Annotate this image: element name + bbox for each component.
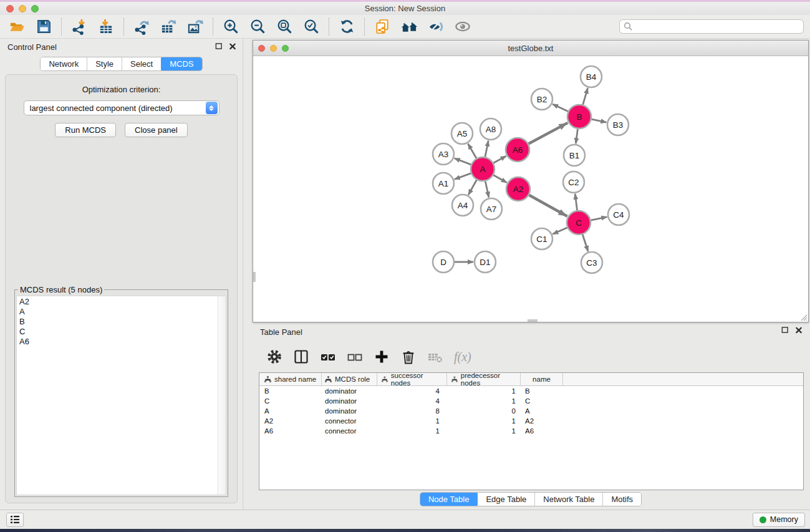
tab-mcds[interactable]: MCDS — [161, 57, 202, 71]
table-row[interactable]: Bdominator 41 B — [259, 386, 803, 396]
deselect-all-button[interactable] — [347, 349, 363, 365]
network-canvas[interactable]: B4B2BB3A8A5A6B1A3AC2A1A2A4A7C4CC1C3DD1 — [253, 56, 808, 322]
result-item[interactable]: A2 — [19, 297, 226, 307]
column-header-successor-nodes[interactable]: successor nodes — [377, 373, 447, 385]
graph-node-D1[interactable]: D1 — [475, 251, 496, 273]
import-network-button[interactable] — [69, 17, 90, 36]
zoom-in-button[interactable] — [220, 17, 241, 36]
select-all-button[interactable] — [320, 349, 336, 365]
graph-node-C[interactable]: C — [567, 211, 591, 235]
horizontal-scrollbar-stub[interactable] — [528, 319, 538, 322]
close-panel-icon[interactable] — [229, 42, 236, 50]
delete-column-button[interactable] — [400, 349, 417, 365]
tab-select[interactable]: Select — [122, 57, 162, 70]
graph-node-A[interactable]: A — [471, 157, 494, 181]
network-graph[interactable]: B4B2BB3A8A5A6B1A3AC2A1A2A4A7C4CC1C3DD1 — [253, 56, 808, 322]
float-panel-icon[interactable] — [215, 42, 223, 50]
result-item[interactable]: A6 — [19, 337, 226, 347]
graph-edge-A6-B[interactable] — [529, 123, 568, 144]
hide-details-button[interactable] — [425, 17, 446, 36]
column-header-predecessor-nodes[interactable]: predecessor nodes — [447, 373, 521, 385]
tab-edge-table[interactable]: Edge Table — [478, 493, 535, 506]
column-header-shared-name[interactable]: shared name — [259, 373, 322, 385]
graph-edge-B-B3[interactable] — [592, 119, 607, 122]
graph-edge-A-A7[interactable] — [485, 181, 489, 198]
graph-edge-A-A4[interactable] — [468, 180, 476, 195]
close-panel-icon[interactable] — [795, 326, 803, 334]
import-table-button[interactable] — [95, 17, 117, 36]
zoom-selected-button[interactable] — [301, 17, 322, 36]
network-window-titlebar[interactable]: testGlobe.txt — [253, 41, 808, 56]
column-settings-button[interactable] — [266, 349, 282, 365]
graph-node-A2[interactable]: A2 — [506, 177, 530, 201]
home-button[interactable] — [398, 17, 420, 36]
graph-edge-A-A8[interactable] — [485, 141, 488, 157]
tab-network-table[interactable]: Network Table — [535, 493, 603, 506]
graph-edge-C-C1[interactable] — [552, 228, 567, 234]
graph-edge-A2-C[interactable] — [529, 195, 567, 216]
graph-edge-A-A3[interactable] — [455, 158, 471, 165]
tab-style[interactable]: Style — [87, 57, 122, 70]
graph-node-D[interactable]: D — [433, 251, 454, 273]
result-scrollbar[interactable] — [218, 296, 226, 495]
mcds-result-list[interactable]: A2 A B C A6 — [16, 296, 226, 495]
tab-network[interactable]: Network — [41, 57, 87, 70]
graph-edge-A-A2[interactable] — [493, 175, 506, 183]
graph-edge-A-A6[interactable] — [493, 156, 506, 163]
graph-edge-B-B4[interactable] — [583, 88, 588, 105]
graph-node-C1[interactable]: C1 — [531, 228, 552, 249]
column-header-mcds-role[interactable]: MCDS role — [322, 373, 377, 385]
float-panel-icon[interactable] — [781, 326, 789, 334]
graph-node-A8[interactable]: A8 — [480, 118, 501, 140]
criterion-select[interactable]: largest connected component (directed) — [24, 100, 219, 115]
tab-motifs[interactable]: Motifs — [603, 493, 641, 506]
graph-edge-C-C2[interactable] — [575, 194, 577, 210]
graph-node-B[interactable]: B — [567, 105, 591, 128]
graph-edge-B-B1[interactable] — [576, 129, 577, 143]
split-view-button[interactable] — [293, 349, 309, 365]
memory-button[interactable]: Memory — [753, 513, 805, 527]
table-row[interactable]: Cdominator 41 C — [259, 396, 803, 406]
graph-edge-C-C4[interactable] — [591, 217, 607, 220]
search-input[interactable] — [619, 19, 804, 34]
resize-grip-icon[interactable] — [799, 312, 808, 321]
graph-node-B2[interactable]: B2 — [531, 89, 552, 110]
zoom-fit-button[interactable] — [274, 17, 295, 36]
table-row[interactable]: Adominator 80 A — [259, 406, 803, 416]
vertical-scrollbar-stub[interactable] — [253, 272, 256, 282]
table-row[interactable]: A6connector 11 A6 — [259, 426, 803, 436]
save-session-button[interactable] — [33, 17, 54, 36]
open-session-from-clipboard-button[interactable] — [372, 17, 393, 36]
show-panels-button[interactable] — [6, 513, 24, 527]
function-builder-button[interactable]: f(x) — [454, 350, 471, 364]
result-item[interactable]: C — [19, 327, 226, 337]
result-item[interactable]: B — [19, 317, 226, 327]
graph-node-C2[interactable]: C2 — [563, 172, 584, 193]
graph-node-A7[interactable]: A7 — [481, 198, 502, 220]
graph-node-A4[interactable]: A4 — [452, 195, 473, 216]
run-mcds-button[interactable]: Run MCDS — [55, 123, 116, 137]
column-header-name[interactable]: name — [521, 373, 563, 385]
graph-node-A1[interactable]: A1 — [433, 173, 454, 194]
graph-edge-C-C3[interactable] — [582, 235, 588, 251]
graph-node-C3[interactable]: C3 — [581, 252, 602, 273]
delete-table-button[interactable] — [427, 349, 443, 365]
graph-edge-A-A1[interactable] — [455, 173, 471, 180]
export-table-button[interactable] — [158, 17, 179, 36]
result-item[interactable]: A — [19, 307, 226, 317]
tab-node-table[interactable]: Node Table — [420, 492, 479, 506]
graph-node-C4[interactable]: C4 — [608, 204, 629, 225]
graph-edge-A-A5[interactable] — [468, 143, 476, 158]
zoom-out-button[interactable] — [247, 17, 268, 36]
graph-node-A6[interactable]: A6 — [506, 138, 529, 162]
table-row[interactable]: A2connector 11 A2 — [259, 416, 803, 426]
add-column-button[interactable] — [374, 349, 390, 365]
show-details-button[interactable] — [452, 17, 473, 36]
graph-node-B4[interactable]: B4 — [581, 66, 602, 87]
close-panel-button[interactable]: Close panel — [125, 123, 188, 137]
export-network-button[interactable] — [131, 17, 152, 36]
export-image-button[interactable] — [185, 17, 206, 36]
graph-node-B3[interactable]: B3 — [607, 114, 629, 135]
open-session-button[interactable] — [6, 17, 27, 36]
graph-node-B1[interactable]: B1 — [564, 145, 585, 166]
